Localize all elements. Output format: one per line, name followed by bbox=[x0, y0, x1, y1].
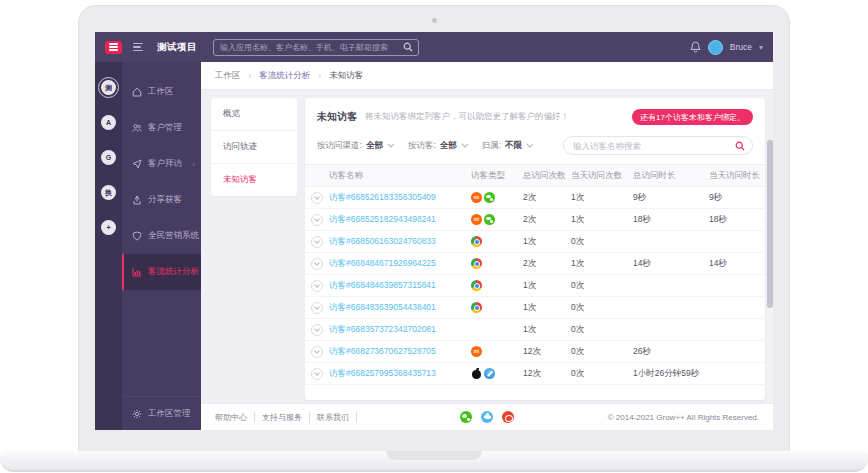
total-visits-cell: 1次 bbox=[523, 236, 571, 248]
panel-description: 将未知访客绑定到客户，可以助您更了解客户的偏好！ bbox=[365, 111, 569, 123]
visitor-name-link[interactable]: 访客#668273670627528705 bbox=[329, 346, 471, 358]
expand-row-icon[interactable] bbox=[311, 324, 323, 336]
footer-link-support[interactable]: 支持与服务 bbox=[255, 412, 310, 423]
scrollbar-thumb[interactable] bbox=[767, 140, 773, 308]
chevron-right-icon: › bbox=[192, 160, 195, 169]
visitor-search-input[interactable] bbox=[564, 141, 735, 151]
submenu-item-overview[interactable]: 概览 bbox=[211, 98, 297, 131]
app-logo[interactable] bbox=[105, 41, 122, 54]
filter-ownership[interactable]: 归属: 不限 bbox=[482, 140, 531, 152]
avatar[interactable] bbox=[708, 40, 723, 55]
webcam-dot bbox=[432, 18, 437, 23]
breadcrumb-separator: › bbox=[249, 71, 252, 81]
project-title: 测试项目 bbox=[157, 41, 197, 54]
filter-channel[interactable]: 按访问渠道: 全部 bbox=[317, 140, 392, 152]
visitor-name-link[interactable]: 访客#668484671926964225 bbox=[329, 258, 471, 270]
chrome-icon bbox=[471, 302, 482, 313]
filter-visitor[interactable]: 按访客: 全部 bbox=[408, 140, 466, 152]
topbar: 测试项目 Bruce ▾ bbox=[95, 32, 773, 62]
table-header: 访客名称 访客类型 总访问次数 当天访问次数 总访问时长 当天访问时长 访 bbox=[305, 164, 765, 187]
expand-row-icon[interactable] bbox=[311, 302, 323, 314]
table-row: 访客#668506163024760833 1次 0次 — bbox=[305, 231, 765, 253]
today-visits-cell: 0次 bbox=[571, 324, 633, 336]
sidebar-item-label: 工作区 bbox=[148, 86, 174, 98]
total-visits-cell: 1次 bbox=[523, 302, 571, 314]
workspace-avatar[interactable]: A bbox=[101, 115, 116, 130]
chevron-down-icon[interactable]: ▾ bbox=[759, 43, 763, 52]
sidebar-item-workspace[interactable]: 工作区 bbox=[122, 74, 201, 110]
visitor-type-icons: mi bbox=[471, 192, 523, 203]
workspace-avatar[interactable]: G bbox=[101, 150, 116, 165]
submenu-item-unknown-visitors[interactable]: 未知访客 bbox=[211, 164, 297, 196]
notifications-bell-icon[interactable] bbox=[690, 41, 701, 53]
footer-link-contact[interactable]: 联系我们 bbox=[310, 412, 357, 423]
expand-row-icon[interactable] bbox=[311, 280, 323, 292]
expand-row-icon[interactable] bbox=[311, 214, 323, 226]
visitor-name-link[interactable]: 访客#668525182943498241 bbox=[329, 214, 471, 226]
visitor-name-link[interactable]: 访客#668506163024760833 bbox=[329, 236, 471, 248]
filter-value: 全部 bbox=[440, 140, 457, 152]
total-duration-cell: 18秒 bbox=[633, 214, 709, 226]
total-visits-cell: 2次 bbox=[523, 214, 571, 226]
total-duration-cell: 9秒 bbox=[633, 192, 709, 204]
search-icon[interactable] bbox=[735, 141, 745, 151]
scrollbar[interactable] bbox=[767, 140, 773, 430]
sidebar-item-share-acquisition[interactable]: 分享获客 bbox=[122, 182, 201, 218]
visitor-type-icons bbox=[471, 258, 523, 269]
breadcrumb-item-analytics[interactable]: 客流统计分析 bbox=[259, 70, 310, 82]
sidebar-item-visitor-analytics[interactable]: 客流统计分析 bbox=[122, 254, 201, 290]
chrome-icon bbox=[471, 280, 482, 291]
copyright-text: © 2014-2021 Grow++ All Rights Reserved. bbox=[608, 413, 759, 422]
filter-label: 归属: bbox=[482, 140, 501, 152]
menu-toggle-icon[interactable] bbox=[133, 43, 143, 52]
add-workspace-button[interactable]: + bbox=[101, 220, 116, 235]
table-row: 访客#668483639054438401 1次 0次 — bbox=[305, 297, 765, 319]
visitor-name-link[interactable]: 访客#668526183356305409 bbox=[329, 192, 471, 204]
table-row: 访客#668484671926964225 2次 1次 14秒 14秒 — bbox=[305, 253, 765, 275]
xiaomi-icon: mi bbox=[471, 192, 482, 203]
global-search-input[interactable] bbox=[214, 43, 403, 52]
expand-row-icon[interactable] bbox=[311, 346, 323, 358]
column-header: 访客类型 bbox=[471, 170, 523, 182]
sidebar-item-marketing-system[interactable]: 全民营销系统 › bbox=[122, 218, 201, 254]
expand-row-icon[interactable] bbox=[311, 258, 323, 270]
sidebar-footer-label: 工作区管理 bbox=[148, 408, 191, 420]
breadcrumb-item-workspace[interactable]: 工作区 bbox=[215, 70, 241, 82]
workspace-avatar[interactable]: 换 bbox=[101, 185, 116, 200]
laptop-screen-bezel: 测试项目 Bruce ▾ 测 A G 换 bbox=[78, 5, 790, 452]
table-row: 访客#668484639857315841 1次 0次 — bbox=[305, 275, 765, 297]
table-row: 访客#668526183356305409 mi 2次 1次 9秒 9秒 — bbox=[305, 187, 765, 209]
workspace-avatar-current[interactable]: 测 bbox=[101, 80, 116, 95]
total-visits-cell: 1次 bbox=[523, 324, 571, 336]
visitor-type-icons: mi bbox=[471, 346, 523, 357]
visitor-name-link[interactable]: 访客#668483639054438401 bbox=[329, 302, 471, 314]
sidebar-item-workspace-settings[interactable]: 工作区管理 bbox=[122, 396, 201, 430]
filter-label: 按访客: bbox=[408, 140, 436, 152]
topbar-right: Bruce ▾ bbox=[690, 40, 763, 55]
visitor-name-link[interactable]: 访客#668484639857315841 bbox=[329, 280, 471, 292]
unknown-visitors-panel: 未知访客 将未知访客绑定到客户，可以助您更了解客户的偏好！ 还有17个访客未和客… bbox=[305, 98, 765, 400]
wechat-icon[interactable] bbox=[460, 411, 472, 423]
analytics-submenu: 概览 访问轨迹 未知访客 bbox=[211, 98, 297, 196]
today-visits-cell: 0次 bbox=[571, 280, 633, 292]
twitter-icon[interactable] bbox=[481, 411, 493, 423]
gear-icon bbox=[132, 409, 142, 419]
visitor-name-link[interactable]: 访客#668357372342702081 bbox=[329, 324, 471, 336]
unbound-visitors-badge: 还有17个访客未和客户绑定。 bbox=[632, 109, 753, 125]
expand-row-icon[interactable] bbox=[311, 368, 323, 380]
total-visits-cell: 12次 bbox=[523, 346, 571, 358]
sidebar-item-customer-visits[interactable]: 客户拜访 › bbox=[122, 146, 201, 182]
expand-row-icon[interactable] bbox=[311, 236, 323, 248]
visitor-name-link[interactable]: 访客#668257995368435713 bbox=[329, 368, 471, 380]
search-icon[interactable] bbox=[403, 42, 413, 52]
today-visits-cell: 0次 bbox=[571, 302, 633, 314]
sidebar-item-customer-management[interactable]: 客户管理 bbox=[122, 110, 201, 146]
today-duration-cell: 18秒 bbox=[709, 214, 765, 226]
safari-icon bbox=[484, 368, 495, 379]
user-name[interactable]: Bruce bbox=[730, 42, 752, 52]
footer-link-help-center[interactable]: 帮助中心 bbox=[215, 412, 255, 423]
expand-row-icon[interactable] bbox=[311, 192, 323, 204]
weibo-icon[interactable] bbox=[502, 411, 514, 423]
column-header: 总访问次数 bbox=[523, 170, 571, 182]
submenu-item-visit-trail[interactable]: 访问轨迹 bbox=[211, 131, 297, 164]
